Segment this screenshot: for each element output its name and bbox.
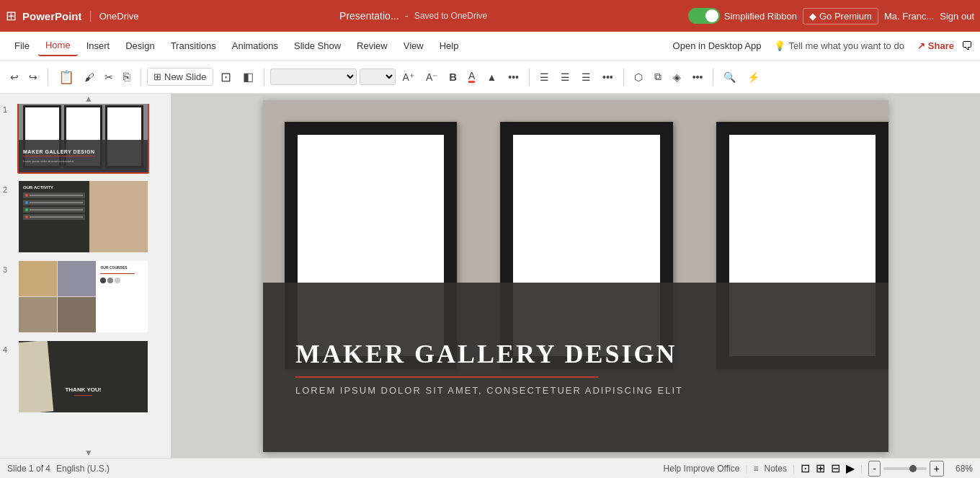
help-improve-button[interactable]: Help Improve Office (664, 464, 740, 474)
cut-button[interactable]: ✂ (100, 68, 117, 86)
comment-icon[interactable]: 🗨 (961, 40, 973, 53)
title-divider: | (89, 9, 92, 22)
align-button[interactable]: ☰ (577, 68, 595, 86)
quick-steps-button[interactable]: ⚡ (743, 68, 764, 86)
menu-item-file[interactable]: File (7, 36, 37, 56)
more-para-button[interactable]: ••• (598, 68, 618, 86)
slide3-title: OUR COURSES (100, 265, 143, 270)
layout-button[interactable]: ⊡ (216, 66, 236, 88)
menu-item-insert[interactable]: Insert (79, 36, 117, 56)
onedrive-label[interactable]: OneDrive (99, 11, 139, 22)
fill-color-button[interactable]: ◈ (669, 68, 685, 86)
slide-image-2[interactable]: OUR ACTIVITY (17, 180, 149, 254)
zoom-in-button[interactable]: + (930, 461, 944, 477)
notes-icon: ≡ (754, 464, 759, 474)
zoom-divider: | (860, 464, 863, 474)
more-font-button[interactable]: ••• (504, 68, 523, 86)
menu-item-review[interactable]: Review (349, 36, 395, 56)
view-slidesorter-button[interactable]: ⊞ (816, 461, 825, 475)
tell-me-button[interactable]: 💡 Tell me what you want to do (768, 37, 909, 54)
toolbar-divider-1 (48, 68, 48, 86)
zoom-out-button[interactable]: - (868, 461, 881, 477)
paper-decoration (19, 341, 53, 412)
simplified-ribbon-toggle[interactable]: Simplified Ribbon (688, 8, 797, 24)
slide-canvas[interactable]: MAKER GALLERY DESIGN LOREM IPSUM DOLOR S… (172, 94, 980, 458)
view-reading-button[interactable]: ⊟ (831, 461, 840, 475)
new-slide-button[interactable]: ⊞ New Slide (147, 68, 213, 86)
theme-button[interactable]: ◧ (239, 67, 258, 87)
slide-thumb-2[interactable]: 2 OUR ACTIVITY (3, 180, 168, 254)
slide-thumb-1[interactable]: 1 MAKER GALLERY DESIGN Lorem ipsum dolor… (3, 99, 168, 174)
share-button[interactable]: ↗ Share (912, 37, 960, 54)
bold-button[interactable]: B (445, 68, 461, 86)
font-family-select[interactable] (270, 68, 357, 85)
search-button[interactable]: 🔍 (719, 68, 740, 86)
undo-button[interactable]: ↩ (6, 68, 23, 86)
font-color-icon: A (468, 71, 475, 83)
numbered-list-button[interactable]: ☰ (556, 68, 574, 86)
notes-divider: | (745, 464, 747, 474)
highlight-button[interactable]: ▲ (482, 68, 501, 86)
zoom-slider[interactable] (883, 467, 927, 470)
view-present-button[interactable]: ▶ (846, 461, 855, 475)
scroll-up-button[interactable]: ▲ (3, 94, 172, 104)
title-bar: ⊞ PowerPoint | OneDrive Presentatio... -… (0, 0, 980, 32)
diamond-icon: ◆ (809, 11, 816, 22)
share-label: Share (928, 40, 954, 51)
zoom-thumb (909, 465, 917, 472)
clipboard-group: 📋 🖌 ✂ ⎘ (54, 66, 135, 88)
slide2-title: OUR ACTIVITY (23, 185, 85, 190)
presentation-title[interactable]: Presentatio... (339, 10, 399, 22)
toggle-track[interactable] (688, 8, 720, 24)
decrease-font-button[interactable]: A⁻ (422, 68, 442, 86)
slide-image-4[interactable]: THANK YOU! (17, 340, 149, 414)
font-color-button[interactable]: A (464, 68, 479, 86)
slide-thumb-4[interactable]: 4 THANK YOU! (3, 340, 168, 414)
view-normal-button[interactable]: ⊡ (801, 461, 810, 475)
menu-item-design[interactable]: Design (118, 36, 161, 56)
main-content: ▲ 1 MAKER GALLERY DESIGN (0, 94, 980, 458)
slide4-divider (74, 395, 92, 396)
menu-item-view[interactable]: View (396, 36, 431, 56)
format-painter-button[interactable]: 🖌 (80, 68, 99, 86)
notes-button[interactable]: Notes (765, 464, 787, 474)
slide-thumb-3[interactable]: 3 OUR COURSES (3, 260, 168, 334)
app-grid-icon[interactable]: ⊞ (6, 8, 17, 24)
zoom-percent[interactable]: 68% (950, 464, 973, 474)
user-name[interactable]: Ma. Franc... (884, 11, 934, 22)
go-premium-button[interactable]: ◆ Go Premium (803, 8, 878, 25)
paste-button[interactable]: 📋 (54, 66, 79, 88)
scroll-down-button[interactable]: ▼ (3, 448, 172, 458)
menu-item-home[interactable]: Home (38, 35, 78, 56)
font-size-select[interactable] (360, 68, 396, 85)
simplified-ribbon-label: Simplified Ribbon (724, 11, 797, 22)
menu-item-slideshow[interactable]: Slide Show (287, 36, 348, 56)
toolbar-divider-2 (141, 68, 141, 86)
slide1-overlay: MAKER GALLERY DESIGN Lorem ipsum dolor s… (19, 140, 148, 172)
redo-button[interactable]: ↪ (24, 68, 42, 86)
lightbulb-icon: 💡 (774, 40, 785, 51)
shapes-button[interactable]: ⬡ (630, 68, 647, 86)
sign-out-button[interactable]: Sign out (940, 11, 974, 22)
undo-redo-group: ↩ ↪ (6, 68, 42, 86)
copy-button[interactable]: ⎘ (119, 68, 135, 87)
open-desktop-button[interactable]: Open in Desktop App (667, 37, 767, 54)
more-drawing-button[interactable]: ••• (688, 68, 708, 86)
main-slide[interactable]: MAKER GALLERY DESIGN LOREM IPSUM DOLOR S… (263, 100, 888, 452)
slide1-subtitle: Lorem ipsum dolor sit amet consectetur (23, 159, 143, 163)
menu-item-help[interactable]: Help (432, 36, 466, 56)
increase-font-button[interactable]: A⁺ (398, 68, 419, 86)
toolbar-divider-6 (713, 68, 713, 86)
slide-image-3[interactable]: OUR COURSES (17, 260, 149, 334)
arrange-button[interactable]: ⧉ (650, 68, 666, 86)
menu-item-animations[interactable]: Animations (225, 36, 285, 56)
language-label: English (U.S.) (56, 464, 110, 474)
view-divider: | (793, 464, 795, 474)
slide-background: MAKER GALLERY DESIGN LOREM IPSUM DOLOR S… (263, 100, 888, 452)
bullets-button[interactable]: ☰ (535, 68, 553, 86)
main-slide-divider (295, 376, 598, 378)
slide-image-1[interactable]: MAKER GALLERY DESIGN Lorem ipsum dolor s… (17, 99, 149, 174)
new-slide-label: New Slide (164, 71, 207, 82)
toolbar-divider-4 (529, 68, 530, 86)
menu-item-transitions[interactable]: Transitions (164, 36, 223, 56)
